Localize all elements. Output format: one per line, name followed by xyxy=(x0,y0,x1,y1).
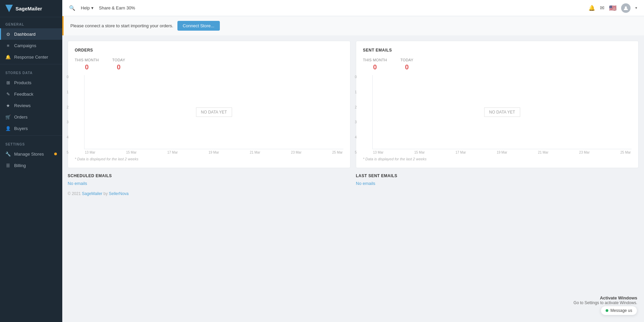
campaigns-icon: ≡ xyxy=(5,43,11,48)
sent-emails-chart-area: NO DATA YET xyxy=(372,75,632,149)
sent-emails-today-label: TODAY xyxy=(400,58,413,62)
sidebar-item-label: Campaigns xyxy=(14,43,36,48)
orders-no-data: NO DATA YET xyxy=(196,107,232,117)
dashboard-grid: ORDERS THIS MONTH 0 TODAY 0 543210 xyxy=(62,41,644,168)
sidebar-item-label: Dashboard xyxy=(14,32,36,37)
sidebar-item-products[interactable]: ⊞ Products xyxy=(0,77,62,88)
sidebar-item-label: Buyers xyxy=(14,126,28,131)
orders-this-month-label: THIS MONTH xyxy=(75,58,99,62)
orders-chart-area: NO DATA YET xyxy=(84,75,343,149)
sidebar-item-label: Orders xyxy=(14,115,28,120)
dashboard-icon: ⊙ xyxy=(5,31,11,37)
response-icon: 🔔 xyxy=(5,54,11,60)
help-button[interactable]: Help ▾ xyxy=(81,5,94,10)
manage-stores-badge xyxy=(54,153,57,155)
sidebar-item-reviews[interactable]: ★ Reviews xyxy=(0,100,62,111)
connect-store-button[interactable]: Connect Store... xyxy=(177,21,220,31)
divider xyxy=(0,135,62,136)
sent-emails-data-note: * Data is displayed for the last 2 weeks xyxy=(363,157,632,161)
settings-section-label: SETTINGS xyxy=(0,137,62,148)
orders-icon: 🛒 xyxy=(5,114,11,120)
sent-emails-card: SENT EMAILS THIS MONTH 0 TODAY 0 543210 xyxy=(356,41,639,168)
sidebar-item-buyers[interactable]: 👤 Buyers xyxy=(0,123,62,134)
footer-seller-link[interactable]: SellerNova xyxy=(109,191,129,196)
footer-by: by xyxy=(103,191,108,196)
reviews-icon: ★ xyxy=(5,103,11,108)
sent-emails-card-title: SENT EMAILS xyxy=(363,48,632,53)
sent-emails-today-value: 0 xyxy=(400,63,413,71)
mail-icon[interactable]: ✉ xyxy=(600,5,604,11)
sent-emails-chart-wrapper: 543210 NO DATA YET 13 Mar15 Mar17 Mar19 … xyxy=(363,75,632,154)
orders-this-month: THIS MONTH 0 xyxy=(75,58,99,71)
sent-emails-this-month: THIS MONTH 0 xyxy=(363,58,387,71)
sidebar-item-feedback[interactable]: ✎ Feedback xyxy=(0,88,62,100)
sent-emails-stats-row: THIS MONTH 0 TODAY 0 xyxy=(363,58,632,71)
sidebar-item-campaigns[interactable]: ≡ Campaigns xyxy=(0,40,62,51)
sent-emails-y-axis: 543210 xyxy=(355,75,357,154)
sidebar-item-label: Billing xyxy=(14,163,26,168)
orders-y-axis: 543210 xyxy=(67,75,69,154)
orders-today-value: 0 xyxy=(112,63,125,71)
search-icon[interactable]: 🔍 xyxy=(69,5,75,11)
footer: © 2021 SageMailer by SellerNova xyxy=(62,186,644,196)
orders-chart-wrapper: 543210 NO DATA YET 13 Mar15 Mar17 Mar19 … xyxy=(75,75,343,154)
sidebar-item-label: Feedback xyxy=(14,92,33,97)
footer-copyright: © 2021 xyxy=(68,191,81,196)
last-sent-emails-empty: No emails xyxy=(356,181,639,186)
alert-banner: Please connect a store to start importin… xyxy=(62,16,644,35)
last-sent-emails-title: LAST SENT EMAILS xyxy=(356,173,639,178)
alert-message: Please connect a store to start importin… xyxy=(70,23,173,28)
manage-stores-icon: 🔧 xyxy=(5,151,11,157)
sidebar-item-label: Response Center xyxy=(14,55,48,60)
main-content: 🔍 Help ▾ Share & Earn 30% 🔔 ✉ 🇺🇸 ▾ Pleas… xyxy=(62,0,644,322)
avatar-chevron-icon[interactable]: ▾ xyxy=(635,6,637,10)
scheduled-emails-empty: No emails xyxy=(68,181,350,186)
bottom-section: SCHEDULED EMAILS No emails LAST SENT EMA… xyxy=(62,168,644,186)
orders-stats-row: THIS MONTH 0 TODAY 0 xyxy=(75,58,343,71)
message-us-label: Message us xyxy=(610,308,632,313)
sidebar-item-billing[interactable]: ☰ Billing xyxy=(0,160,62,171)
sidebar: SageMailer GENERAL ⊙ Dashboard ≡ Campaig… xyxy=(0,0,62,322)
general-section-label: GENERAL xyxy=(0,17,62,28)
topbar: 🔍 Help ▾ Share & Earn 30% 🔔 ✉ 🇺🇸 ▾ xyxy=(62,0,644,16)
orders-today: TODAY 0 xyxy=(112,58,125,71)
message-us-dot xyxy=(606,309,608,312)
stores-data-section-label: STORES DATA xyxy=(0,66,62,77)
app-name: SageMailer xyxy=(15,6,42,11)
activation-subtitle: Go to Settings to activate Windows. xyxy=(574,300,637,305)
logo-area[interactable]: SageMailer xyxy=(0,0,62,17)
sent-emails-this-month-label: THIS MONTH xyxy=(363,58,387,62)
divider xyxy=(0,64,62,64)
sidebar-item-label: Reviews xyxy=(14,103,31,108)
logo-icon xyxy=(5,5,13,12)
help-label: Help xyxy=(81,5,90,10)
buyers-icon: 👤 xyxy=(5,126,11,131)
activation-notice: Activate Windows Go to Settings to activ… xyxy=(574,295,637,305)
orders-today-label: TODAY xyxy=(112,58,125,62)
sidebar-item-manage-stores[interactable]: 🔧 Manage Stores xyxy=(0,148,62,160)
content-area: Please connect a store to start importin… xyxy=(62,16,644,322)
message-us-button[interactable]: Message us xyxy=(601,306,637,315)
footer-brand-link[interactable]: SageMailer xyxy=(82,191,102,196)
sidebar-item-dashboard[interactable]: ⊙ Dashboard xyxy=(0,28,62,40)
activation-title: Activate Windows xyxy=(574,295,637,300)
sidebar-item-label: Products xyxy=(14,80,31,85)
scheduled-emails-section: SCHEDULED EMAILS No emails xyxy=(68,173,350,186)
sent-emails-no-data: NO DATA YET xyxy=(484,107,520,117)
sidebar-item-orders[interactable]: 🛒 Orders xyxy=(0,111,62,123)
scheduled-emails-title: SCHEDULED EMAILS xyxy=(68,173,350,178)
sent-emails-today: TODAY 0 xyxy=(400,58,413,71)
sent-emails-this-month-value: 0 xyxy=(363,63,387,71)
sidebar-item-response-center[interactable]: 🔔 Response Center xyxy=(0,51,62,63)
topbar-right: 🔔 ✉ 🇺🇸 ▾ xyxy=(588,3,637,13)
products-icon: ⊞ xyxy=(5,80,11,85)
share-earn-link[interactable]: Share & Earn 30% xyxy=(99,5,135,10)
language-flag[interactable]: 🇺🇸 xyxy=(609,4,616,12)
avatar[interactable] xyxy=(621,3,631,13)
orders-card: ORDERS THIS MONTH 0 TODAY 0 543210 xyxy=(68,41,350,168)
bell-icon[interactable]: 🔔 xyxy=(588,5,595,11)
sent-emails-x-axis: 13 Mar15 Mar17 Mar19 Mar21 Mar23 Mar25 M… xyxy=(372,151,632,154)
sidebar-item-label: Manage Stores xyxy=(14,152,44,157)
feedback-icon: ✎ xyxy=(5,91,11,97)
orders-x-axis: 13 Mar15 Mar17 Mar19 Mar21 Mar23 Mar25 M… xyxy=(84,151,343,154)
